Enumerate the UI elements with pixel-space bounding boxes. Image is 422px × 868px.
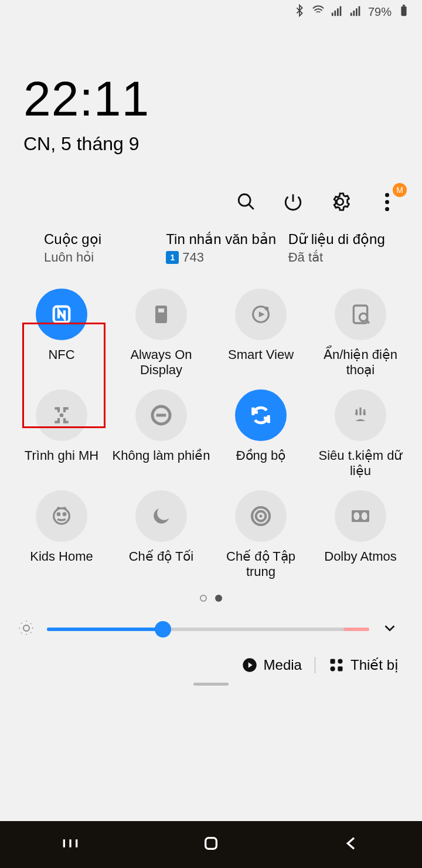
separator [315,657,315,673]
toggle-label: Dolby Atmos [324,549,397,581]
svg-point-28 [362,512,367,520]
sim-sms-sub: 1 743 [166,250,276,265]
toggle-visibility[interactable]: Ẩn/hiện điện thoại [311,289,410,379]
toggle-dolby[interactable]: Dolby Atmos [311,490,410,581]
svg-point-27 [353,512,359,520]
svg-rect-4 [350,12,352,15]
clock-time: 22:11 [23,70,399,127]
power-button[interactable] [281,190,305,213]
toggle-label: Always On Display [111,347,211,379]
cast-icon [235,289,287,340]
toggle-sync[interactable]: Đồng bộ [211,389,311,480]
status-bar: 79% [0,0,422,23]
settings-button[interactable] [328,190,352,213]
sim-data[interactable]: Dữ liệu di động Đã tắt [288,231,410,265]
toggle-nfc[interactable]: NFC [12,289,111,379]
svg-rect-7 [359,6,360,16]
battery-icon [397,4,410,20]
moon-icon [135,490,187,542]
toggle-moon[interactable]: Chế độ Tối [111,490,211,581]
brightness-slider[interactable] [47,621,369,638]
focus-icon [235,490,287,542]
svg-point-17 [359,313,367,321]
battery-text: 79% [368,5,392,19]
home-button[interactable] [202,834,220,855]
toggle-cast[interactable]: Smart View [211,289,311,379]
toggle-label: Ẩn/hiện điện thoại [311,347,410,379]
wifi-icon [312,4,325,20]
svg-rect-33 [330,666,335,671]
slider-tail [343,628,369,631]
sim-calls-title: Cuộc gọi [44,231,154,247]
toggle-label: Không làm phiền [113,448,210,480]
recents-button[interactable] [61,834,80,855]
datasave-icon [335,389,386,441]
toggle-datasave[interactable]: Siêu t.kiệm dữ liệu [311,389,410,480]
media-button[interactable]: Media [241,657,302,673]
signal-icon [331,4,343,20]
svg-rect-0 [332,12,333,15]
panel-bottom-controls: Media Thiết bị [0,645,422,679]
toggle-focus[interactable]: Chế độ Tập trung [211,490,311,581]
sim-data-title: Dữ liệu di động [288,231,399,247]
visibility-icon [335,289,386,340]
panel-handle[interactable] [193,683,229,686]
kids-icon [36,490,87,542]
toggle-dnd[interactable]: Không làm phiền [111,389,211,480]
search-button[interactable] [234,190,258,213]
devices-label: Thiết bị [350,657,399,673]
sim-calls[interactable]: Cuộc gọi Luôn hỏi [12,231,166,265]
svg-rect-9 [403,4,405,6]
toggle-label: Chế độ Tập trung [211,549,311,581]
sim-sms-title: Tin nhắn văn bản [166,231,276,247]
sim-data-sub: Đã tắt [288,250,399,265]
svg-rect-35 [206,838,217,849]
svg-rect-2 [337,8,339,16]
sim-calls-sub: Luôn hỏi [44,250,154,265]
toggle-label: Đồng bộ [236,448,286,480]
devices-button[interactable]: Thiết bị [328,657,399,673]
svg-point-18 [60,413,64,418]
sim-sms[interactable]: Tin nhắn văn bản 1 743 [166,231,288,265]
svg-rect-8 [401,6,406,16]
pager-dot-1[interactable] [215,595,222,602]
brightness-expand-button[interactable] [381,619,399,639]
svg-point-22 [63,513,65,515]
dnd-icon [135,389,187,441]
toggle-record[interactable]: Trình ghi MH [12,389,111,480]
svg-rect-6 [356,8,358,16]
dolby-icon [335,490,386,542]
svg-point-10 [239,194,250,206]
panel-actions: M [0,190,422,231]
svg-rect-1 [334,11,336,16]
svg-rect-3 [340,6,342,16]
toggle-label: Kids Home [30,549,93,581]
toggle-label: Trình ghi MH [25,448,98,480]
toggle-label: Smart View [228,347,294,379]
more-icon [385,193,389,211]
svg-rect-5 [353,11,355,16]
svg-rect-13 [158,308,164,313]
slider-thumb[interactable] [155,621,171,638]
toggle-aod[interactable]: Always On Display [111,289,211,379]
more-menu-button[interactable]: M [375,190,399,213]
record-icon [36,389,87,441]
svg-point-29 [23,625,29,631]
clock-block: 22:11 CN, 5 tháng 9 [0,23,422,190]
sim-sms-number: 743 [182,250,204,265]
svg-rect-12 [155,306,167,323]
svg-rect-31 [330,659,335,664]
toggle-label: NFC [48,347,74,379]
sync-icon [235,389,287,441]
quick-settings-grid: NFCAlways On DisplaySmart ViewẨn/hiện đi… [0,265,422,586]
toggle-kids[interactable]: Kids Home [12,490,111,581]
svg-point-15 [265,307,269,311]
nfc-icon [36,289,87,340]
toggle-label: Chế độ Tối [129,549,194,581]
brightness-icon [18,619,35,639]
slider-fill [47,628,163,631]
back-button[interactable] [342,834,361,855]
toggle-label: Siêu t.kiệm dữ liệu [311,448,410,480]
pager-dot-0[interactable] [200,595,207,602]
navigation-bar [0,821,422,868]
